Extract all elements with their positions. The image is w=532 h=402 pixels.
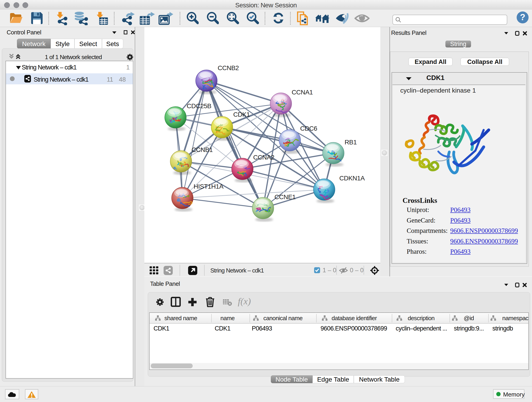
svg-text:CDC6: CDC6 bbox=[300, 125, 317, 132]
svg-text:CDC25B: CDC25B bbox=[187, 102, 211, 109]
svg-text:CCNA1: CCNA1 bbox=[292, 89, 313, 96]
svg-text:?: ? bbox=[520, 12, 525, 22]
svg-text:HIST1H1A: HIST1H1A bbox=[194, 183, 224, 190]
svg-text:CDKN1A: CDKN1A bbox=[339, 175, 365, 182]
svg-text:CDK1: CDK1 bbox=[233, 111, 250, 118]
svg-text:CCNA2: CCNA2 bbox=[253, 154, 274, 161]
svg-text:CCNE1: CCNE1 bbox=[274, 193, 296, 201]
svg-text:RB1: RB1 bbox=[345, 139, 357, 146]
svg-text:CCNB1: CCNB1 bbox=[191, 146, 213, 153]
svg-text:CCNB2: CCNB2 bbox=[218, 64, 239, 71]
